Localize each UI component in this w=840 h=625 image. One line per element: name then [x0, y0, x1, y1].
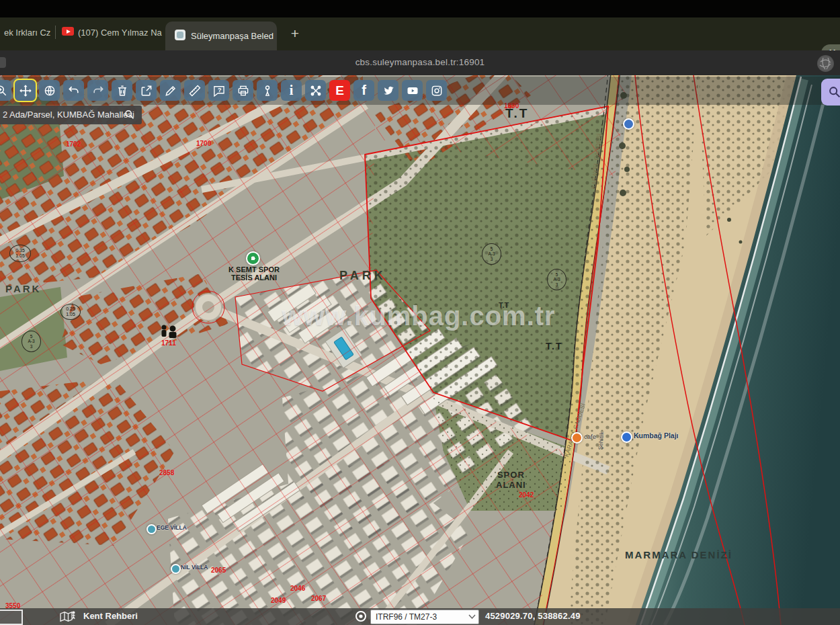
youtube-button[interactable]: [402, 80, 423, 101]
youtube-favicon: [62, 27, 74, 36]
tab-active-label: Süleymanpaşa Beled: [191, 31, 274, 41]
zoning-mark: 5 A-3 3: [547, 269, 566, 290]
satellite-map[interactable]: [0, 75, 840, 625]
url-bar[interactable]: cbs.suleymanpasa.bel.tr:16901: [0, 50, 840, 75]
status-bar: Kent Rehberi ITRF96 / TM27-3 4529029.70,…: [0, 608, 840, 625]
facebook-button[interactable]: f: [353, 80, 374, 101]
facebook-icon: f: [362, 83, 366, 98]
beach-poi-icon[interactable]: [621, 431, 632, 443]
park-poi-icon[interactable]: [246, 251, 260, 265]
url-text[interactable]: cbs.suleymanpasa.bel.tr:16901: [0, 57, 840, 67]
tab-active[interactable]: Süleymanpaşa Beled: [165, 22, 277, 50]
svg-text:?: ?: [217, 86, 221, 93]
e-belediye-button[interactable]: E: [329, 80, 350, 101]
twitter-button[interactable]: [378, 80, 398, 101]
zoom-in-icon: [0, 84, 8, 97]
villa-poi-icon-1[interactable]: [146, 524, 157, 534]
export-button[interactable]: [136, 80, 157, 101]
poi-label-villa-2[interactable]: NİL VİLLA: [181, 565, 208, 571]
map-label-park: PARK: [339, 269, 386, 282]
pan-button[interactable]: [15, 80, 36, 101]
top-poi-icon[interactable]: [623, 118, 634, 130]
crs-selected-value: ITRF96 / TM27-3: [376, 612, 437, 622]
search-icon[interactable]: [124, 109, 135, 120]
undo-button[interactable]: [63, 80, 84, 101]
info-button[interactable]: i: [281, 80, 302, 101]
parcel-number: 1711: [161, 339, 176, 347]
measure-button[interactable]: [184, 80, 205, 101]
redo-button[interactable]: [87, 80, 108, 101]
poi-label-cafe[interactable]: cafe: [584, 433, 596, 441]
gis-toolbar: ? i E f: [0, 77, 840, 105]
browser-extension-icon[interactable]: [817, 55, 834, 72]
parcel-number: 2046: [290, 585, 305, 592]
parcel-number: 2067: [311, 595, 326, 602]
tab-bar: ek Irkları Cz (107) Cem Yılmaz Na Süleym…: [0, 17, 840, 50]
undo-icon: [67, 84, 81, 97]
print-icon: [237, 84, 250, 97]
tab-separator: [55, 26, 56, 39]
kent-rehberi-label[interactable]: Kent Rehberi: [83, 611, 138, 621]
map-label-park-left: PARK: [5, 284, 41, 295]
delete-button[interactable]: [112, 80, 132, 101]
globe-icon: [43, 84, 56, 97]
redo-icon: [91, 84, 105, 97]
tab-1[interactable]: ek Irkları Cz: [4, 28, 50, 38]
zoning-mark: 5 A-3 3: [482, 243, 501, 265]
info-icon: i: [290, 83, 294, 98]
new-tab-button[interactable]: +: [285, 24, 305, 44]
measure-icon: [188, 84, 202, 97]
help-bubble-icon: ?: [212, 84, 226, 97]
instagram-button[interactable]: [426, 80, 447, 101]
top-strip: [0, 0, 840, 17]
poi-label-villa-1[interactable]: EGE VİLLA: [157, 525, 187, 532]
map-label-marmara-denizi: MARMARA DENİZİ: [625, 550, 732, 561]
search-input[interactable]: 2 Ada/Parsel, KUMBAĞ Mahallesi: [3, 110, 134, 120]
e-belediye-icon: E: [335, 83, 344, 98]
youtube-icon: [406, 84, 419, 97]
map-viewport[interactable]: www.kumbag.com.tr PARK PARK T.T T.T T.T …: [0, 75, 840, 625]
pan-icon: [19, 84, 32, 97]
zoom-in-button[interactable]: [0, 80, 11, 101]
tab-2[interactable]: (107) Cem Yılmaz Na: [78, 28, 162, 38]
watermark: www.kumbag.com.tr: [282, 301, 556, 331]
map-label-tt-mid: T.T: [499, 301, 509, 309]
parcel-number: 2049: [271, 597, 286, 604]
help-button[interactable]: ?: [208, 80, 229, 101]
parcel-number: 2042: [519, 491, 534, 499]
browser-window: ek Irkları Cz (107) Cem Yılmaz Na Süleym…: [0, 0, 840, 625]
chevron-down-icon: [468, 614, 476, 620]
map-search-button[interactable]: [821, 79, 840, 106]
parcel-number: 1700: [196, 140, 211, 147]
twitter-icon: [382, 84, 395, 97]
site-favicon: [175, 30, 185, 40]
villa-poi-icon-2[interactable]: [171, 564, 181, 574]
instagram-icon: [430, 84, 444, 97]
search-icon: [827, 85, 840, 99]
print-button[interactable]: [233, 80, 253, 101]
ada-parsel-search[interactable]: 2 Ada/Parsel, KUMBAĞ Mahallesi: [0, 106, 142, 124]
coordinate-target-icon: [354, 610, 368, 625]
draw-button[interactable]: [160, 80, 181, 101]
map-label-tt-low: T.T: [546, 341, 562, 352]
trash-icon: [116, 84, 129, 97]
poi-label-kumbag-plaji[interactable]: Kumbağ Plajı: [634, 432, 679, 440]
coordinates-readout: 4529029.70, 538862.49: [485, 611, 581, 621]
scale-box: [0, 610, 23, 625]
globe-button[interactable]: [39, 80, 60, 101]
street-view-icon: [261, 84, 274, 97]
clear-selection-button[interactable]: [305, 80, 326, 101]
kent-rehberi-icon: [59, 610, 77, 625]
cafe-poi-icon[interactable]: [571, 432, 583, 444]
export-icon: [140, 84, 153, 97]
map-label-semt-spor: K SEMT SPOR TESİS ALANI: [216, 265, 292, 282]
crs-select[interactable]: ITRF96 / TM27-3: [370, 610, 479, 624]
clear-network-icon: [309, 84, 323, 97]
zoning-mark: 0.35 1.05: [9, 245, 31, 262]
zoning-mark: 0.25 1.05: [60, 304, 81, 320]
zoning-mark: 5 A-3 3: [22, 331, 41, 352]
map-label-spor-alani: SPOR ALANI: [496, 470, 526, 490]
parcel-number: 2858: [159, 469, 174, 476]
street-view-button[interactable]: [257, 80, 278, 101]
parcel-number: 2065: [211, 567, 226, 574]
